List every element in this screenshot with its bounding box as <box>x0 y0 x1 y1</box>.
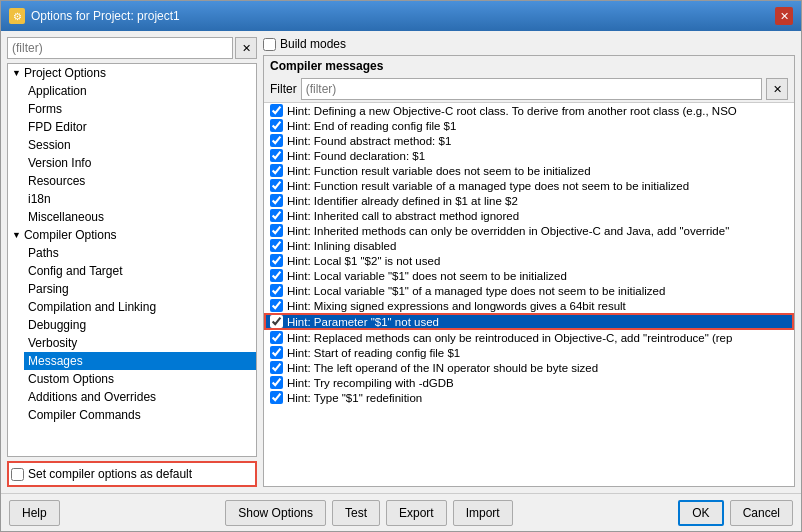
message-checkbox[interactable] <box>270 134 283 147</box>
tree-item-verbosity[interactable]: Verbosity <box>24 334 256 352</box>
compiler-options-children: Paths Config and Target Parsing Compilat… <box>24 244 256 424</box>
filter-clear-button[interactable]: ✕ <box>235 37 257 59</box>
message-item[interactable]: Hint: Local variable "$1" does not seem … <box>264 268 794 283</box>
message-checkbox[interactable] <box>270 149 283 162</box>
bottom-bar: Help Show Options Test Export Import OK … <box>1 493 801 531</box>
message-checkbox[interactable] <box>270 376 283 389</box>
tree-item-debugging[interactable]: Debugging <box>24 316 256 334</box>
message-checkbox[interactable] <box>270 361 283 374</box>
message-item[interactable]: Hint: End of reading config file $1 <box>264 118 794 133</box>
message-item[interactable]: Hint: Inherited methods can only be over… <box>264 223 794 238</box>
filter-clear-button-right[interactable]: ✕ <box>766 78 788 100</box>
right-panel: Build modes Compiler messages Filter ✕ H… <box>263 37 795 487</box>
message-checkbox[interactable] <box>270 179 283 192</box>
message-item[interactable]: Hint: Function result variable does not … <box>264 163 794 178</box>
import-button[interactable]: Import <box>453 500 513 526</box>
message-text: Hint: Identifier already defined in $1 a… <box>287 195 518 207</box>
tree-item-compiler-commands[interactable]: Compiler Commands <box>24 406 256 424</box>
message-item[interactable]: Hint: Inherited call to abstract method … <box>264 208 794 223</box>
tree-group-project-options[interactable]: ▼ Project Options <box>8 64 256 82</box>
tree-item-fpd-editor[interactable]: FPD Editor <box>24 118 256 136</box>
tree-item-parsing[interactable]: Parsing <box>24 280 256 298</box>
export-button[interactable]: Export <box>386 500 447 526</box>
message-item[interactable]: Hint: Function result variable of a mana… <box>264 178 794 193</box>
expand-icon-compiler: ▼ <box>12 230 21 240</box>
message-item[interactable]: Hint: Local variable "$1" of a managed t… <box>264 283 794 298</box>
message-checkbox[interactable] <box>270 315 283 328</box>
compiler-messages-group: Compiler messages Filter ✕ Hint: Definin… <box>263 55 795 487</box>
ok-button[interactable]: OK <box>678 500 723 526</box>
tree-group-compiler-options[interactable]: ▼ Compiler Options <box>8 226 256 244</box>
tree-item-messages[interactable]: Messages <box>24 352 256 370</box>
messages-list[interactable]: Hint: Defining a new Objective-C root cl… <box>264 102 794 486</box>
message-item[interactable]: Hint: Start of reading config file $1 <box>264 345 794 360</box>
tree-item-resources[interactable]: Resources <box>24 172 256 190</box>
message-text: Hint: Local $1 "$2" is not used <box>287 255 440 267</box>
message-item[interactable]: Hint: Replaced methods can only be reint… <box>264 330 794 345</box>
message-item[interactable]: Hint: Type "$1" redefinition <box>264 390 794 405</box>
default-checkbox[interactable] <box>11 468 24 481</box>
tree-item-application[interactable]: Application <box>24 82 256 100</box>
message-checkbox[interactable] <box>270 284 283 297</box>
tree-item-miscellaneous[interactable]: Miscellaneous <box>24 208 256 226</box>
options-dialog: ⚙ Options for Project: project1 ✕ ✕ ▼ Pr… <box>0 0 802 532</box>
cancel-button[interactable]: Cancel <box>730 500 793 526</box>
message-checkbox[interactable] <box>270 391 283 404</box>
filter-row-right: Filter ✕ <box>264 76 794 102</box>
message-checkbox[interactable] <box>270 239 283 252</box>
build-modes-label: Build modes <box>280 37 346 51</box>
message-checkbox[interactable] <box>270 254 283 267</box>
message-checkbox[interactable] <box>270 194 283 207</box>
message-checkbox[interactable] <box>270 164 283 177</box>
message-text: Hint: Mixing signed expressions and long… <box>287 300 626 312</box>
test-button[interactable]: Test <box>332 500 380 526</box>
filter-label-right: Filter <box>270 82 297 96</box>
message-item[interactable]: Hint: Local $1 "$2" is not used <box>264 253 794 268</box>
message-checkbox[interactable] <box>270 346 283 359</box>
message-checkbox[interactable] <box>270 119 283 132</box>
filter-input-right[interactable] <box>301 78 762 100</box>
tree-item-version-info[interactable]: Version Info <box>24 154 256 172</box>
message-checkbox[interactable] <box>270 209 283 222</box>
title-bar: ⚙ Options for Project: project1 ✕ <box>1 1 801 31</box>
message-item[interactable]: Hint: Found declaration: $1 <box>264 148 794 163</box>
message-text: Hint: End of reading config file $1 <box>287 120 456 132</box>
message-item[interactable]: Hint: The left operand of the IN operato… <box>264 360 794 375</box>
message-item[interactable]: Hint: Try recompiling with -dGDB <box>264 375 794 390</box>
tree-item-paths[interactable]: Paths <box>24 244 256 262</box>
tree-item-forms[interactable]: Forms <box>24 100 256 118</box>
tree-item-additions-overrides[interactable]: Additions and Overrides <box>24 388 256 406</box>
message-text: Hint: The left operand of the IN operato… <box>287 362 598 374</box>
filter-input[interactable] <box>7 37 233 59</box>
title-bar-left: ⚙ Options for Project: project1 <box>9 8 180 24</box>
filter-row: ✕ <box>7 37 257 59</box>
message-item[interactable]: Hint: Found abstract method: $1 <box>264 133 794 148</box>
message-item[interactable]: Hint: Inlining disabled <box>264 238 794 253</box>
message-checkbox[interactable] <box>270 269 283 282</box>
build-modes-checkbox[interactable] <box>263 38 276 51</box>
message-checkbox[interactable] <box>270 299 283 312</box>
close-button[interactable]: ✕ <box>775 7 793 25</box>
bottom-right: OK Cancel <box>678 500 793 526</box>
project-options-label: Project Options <box>24 66 106 80</box>
message-checkbox[interactable] <box>270 331 283 344</box>
tree-item-session[interactable]: Session <box>24 136 256 154</box>
show-options-button[interactable]: Show Options <box>225 500 326 526</box>
message-item[interactable]: Hint: Defining a new Objective-C root cl… <box>264 103 794 118</box>
message-text: Hint: Try recompiling with -dGDB <box>287 377 454 389</box>
default-checkbox-row: Set compiler options as default <box>7 461 257 487</box>
tree-item-compilation-linking[interactable]: Compilation and Linking <box>24 298 256 316</box>
tree-item-custom-options[interactable]: Custom Options <box>24 370 256 388</box>
tree-container[interactable]: ▼ Project Options Application Forms FPD … <box>7 63 257 457</box>
help-button[interactable]: Help <box>9 500 60 526</box>
message-text: Hint: Replaced methods can only be reint… <box>287 332 732 344</box>
message-checkbox[interactable] <box>270 104 283 117</box>
message-item[interactable]: Hint: Identifier already defined in $1 a… <box>264 193 794 208</box>
message-item[interactable]: Hint: Mixing signed expressions and long… <box>264 298 794 313</box>
tree-item-config-target[interactable]: Config and Target <box>24 262 256 280</box>
app-icon: ⚙ <box>9 8 25 24</box>
tree-item-i18n[interactable]: i18n <box>24 190 256 208</box>
message-text: Hint: Local variable "$1" of a managed t… <box>287 285 665 297</box>
message-item[interactable]: Hint: Parameter "$1" not used <box>264 313 794 330</box>
message-checkbox[interactable] <box>270 224 283 237</box>
